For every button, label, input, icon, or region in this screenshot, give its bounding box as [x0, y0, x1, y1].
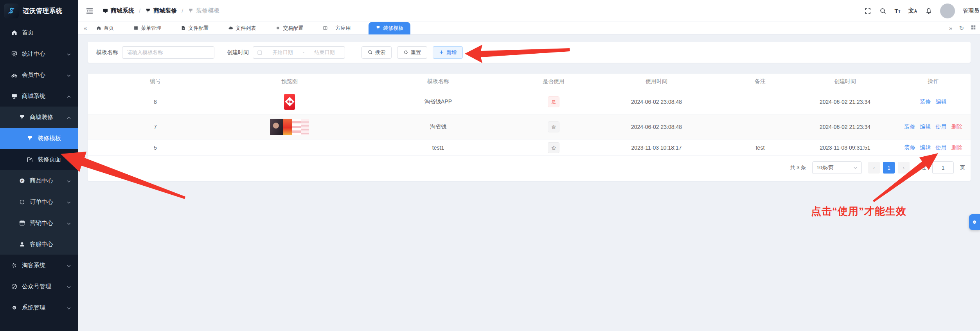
tabs-scroll-left-icon[interactable]: «: [84, 25, 87, 31]
sidebar-item-home[interactable]: 首页: [0, 22, 78, 43]
breadcrumb-item[interactable]: 商城装修: [153, 7, 177, 14]
chevron-down-icon: [853, 166, 858, 170]
edit-link[interactable]: 编辑: [920, 144, 931, 151]
brush-icon: [27, 135, 33, 142]
sidebar: 迈沃管理系统 首页 统计中心 会员中心 商城系统 商城装修: [0, 0, 78, 331]
add-button[interactable]: 新增: [433, 46, 463, 59]
collapse-sidebar-icon[interactable]: [85, 7, 94, 15]
sidebar-item-taoke[interactable]: 淘客系统: [0, 255, 78, 276]
goto-page-input[interactable]: [932, 161, 954, 174]
search-icon[interactable]: [879, 7, 886, 14]
tab-third-party-apps[interactable]: 三方应用: [323, 22, 351, 34]
search-button[interactable]: 搜索: [361, 46, 392, 59]
delete-link[interactable]: 删除: [951, 144, 962, 151]
gear-icon: [11, 304, 18, 311]
sidebar-item-label: 淘客系统: [22, 262, 45, 269]
edit-link[interactable]: 编辑: [936, 98, 947, 105]
tab-file-list[interactable]: 文件列表: [228, 22, 256, 34]
use-link[interactable]: 使用: [936, 123, 947, 130]
tab-home[interactable]: 首页: [96, 22, 114, 34]
table-row: 5 test1 否 2023-11-03 10:18:17 test 2023-…: [88, 139, 971, 156]
prev-page-button[interactable]: ‹: [868, 162, 880, 174]
translate-icon[interactable]: 文A: [908, 7, 917, 14]
column-header: 备注: [726, 78, 794, 85]
tab-file-config[interactable]: 文件配置: [181, 22, 209, 34]
topbar: 商城系统 / 商城装修 / 装修模板 TT 文A 管理员: [78, 0, 980, 22]
order-icon: [19, 199, 25, 205]
cell-created-time: 2023-11-03 09:31:51: [794, 145, 896, 151]
date-range-picker[interactable]: 开始日期 - 结束日期: [253, 46, 345, 59]
create-time-label: 创建时间: [227, 49, 249, 56]
sidebar-item-service[interactable]: 客服中心: [0, 233, 78, 255]
avatar[interactable]: [940, 4, 955, 18]
table-row: 7 淘省钱 否 2024-06-02 23:08:48 2024-06-02 2…: [88, 114, 971, 139]
page-size-select[interactable]: 10条/页: [812, 161, 862, 174]
preview-segment: [283, 119, 292, 135]
next-page-button[interactable]: ›: [898, 162, 910, 174]
use-link[interactable]: 使用: [936, 144, 947, 151]
sidebar-item-decorate-page[interactable]: 装修页面: [0, 149, 78, 170]
delete-link[interactable]: 删除: [951, 123, 962, 130]
chevron-down-icon: [67, 72, 71, 77]
chevron-down-icon: [67, 178, 71, 183]
sidebar-item-mall[interactable]: 商城系统: [0, 85, 78, 107]
table-header-row: 编号 预览图 模板名称 是否使用 使用时间 备注 创建时间 操作: [88, 74, 971, 89]
user-name[interactable]: 管理员: [963, 7, 979, 14]
home-icon: [96, 25, 101, 31]
cell-template-name: 淘省钱APP: [356, 98, 520, 105]
sidebar-item-label: 会员中心: [22, 71, 45, 79]
column-header: 操作: [896, 78, 971, 85]
chevron-down-icon: [67, 305, 71, 310]
fullscreen-icon[interactable]: [864, 7, 871, 14]
sidebar-item-label: 首页: [22, 29, 34, 36]
sidebar-item-decorate[interactable]: 商城装修: [0, 107, 78, 128]
decorate-link[interactable]: 装修: [904, 123, 915, 130]
sidebar-item-order[interactable]: 订单中心: [0, 191, 78, 212]
breadcrumb-item[interactable]: 商城系统: [111, 7, 134, 14]
template-preview-image[interactable]: 省钱: [284, 94, 295, 110]
file-edit-icon: [181, 25, 186, 31]
preview-segment: [270, 119, 283, 135]
in-use-badge: 是: [548, 96, 559, 107]
edit-link[interactable]: 编辑: [920, 123, 931, 130]
logo[interactable]: 迈沃管理系统: [0, 0, 78, 22]
in-use-badge: 否: [548, 142, 559, 153]
page-edit-icon: [27, 156, 33, 163]
template-name-input[interactable]: [122, 46, 214, 59]
sidebar-item-label: 客服中心: [30, 241, 53, 248]
font-size-icon[interactable]: TT: [894, 7, 900, 14]
decorate-link[interactable]: 装修: [920, 98, 931, 105]
tab-menu-management[interactable]: 菜单管理: [133, 22, 161, 34]
sidebar-item-official-account[interactable]: 公众号管理: [0, 276, 78, 297]
sidebar-item-system[interactable]: 系统管理: [0, 297, 78, 318]
sidebar-item-stats[interactable]: 统计中心: [0, 43, 78, 64]
tab-decorate-template[interactable]: 装修模板: [369, 22, 410, 34]
brush-icon: [376, 25, 381, 31]
cloud-icon: [228, 25, 233, 31]
decorate-link[interactable]: 装修: [904, 144, 915, 151]
sidebar-item-template[interactable]: 装修模板: [0, 128, 78, 149]
sidebar-group-mall: 商城装修 装修模板 装修页面 P 商品中心 订单中心: [0, 107, 78, 255]
breadcrumb-current: 装修模板: [188, 7, 219, 14]
pagination: 共 3 条 10条/页 ‹ 1 › 前往 页: [88, 156, 971, 176]
reset-button[interactable]: 重置: [397, 46, 427, 59]
refresh-icon[interactable]: ↻: [959, 25, 964, 32]
apps-icon: [323, 25, 328, 31]
template-preview-image[interactable]: [270, 119, 309, 135]
column-header: 是否使用: [520, 78, 587, 85]
sidebar-item-marketing[interactable]: 营销中心: [0, 212, 78, 233]
sidebar-item-member[interactable]: 会员中心: [0, 64, 78, 85]
preview-segment: [301, 119, 309, 135]
cell-created-time: 2024-06-02 21:23:34: [794, 99, 896, 105]
sidebar-item-label: 系统管理: [22, 304, 45, 311]
tab-trade-config[interactable]: 交易配置: [275, 22, 303, 34]
floating-settings-button[interactable]: [969, 214, 980, 230]
sidebar-item-product[interactable]: P 商品中心: [0, 170, 78, 191]
chevron-up-icon: [67, 115, 71, 119]
tabs-scroll-right-icon[interactable]: »: [949, 25, 952, 31]
taoke-icon: [11, 262, 18, 269]
bell-icon[interactable]: [925, 7, 932, 14]
current-page-button[interactable]: 1: [883, 162, 895, 174]
tab-options-icon[interactable]: [971, 25, 976, 32]
cell-remark: test: [726, 145, 794, 151]
